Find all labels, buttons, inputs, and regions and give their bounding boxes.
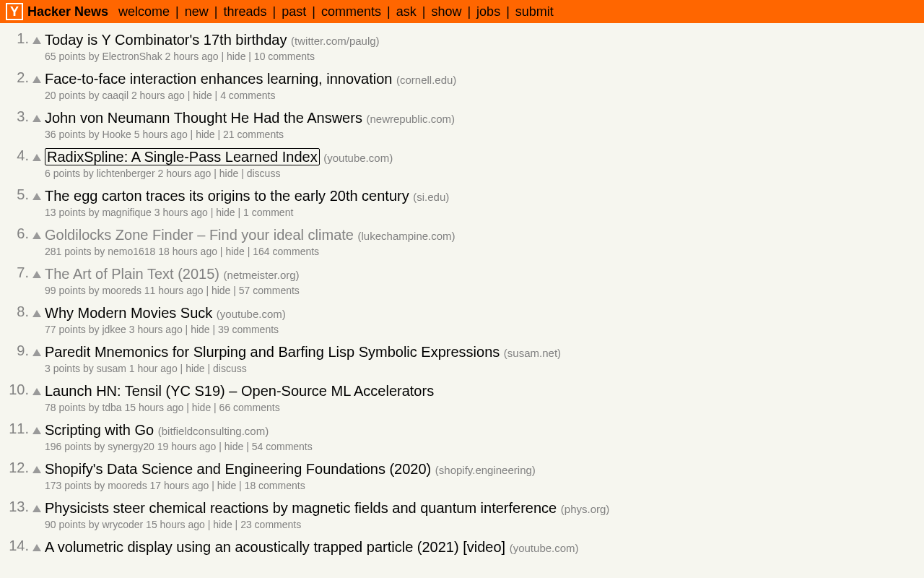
story-domain[interactable]: (netmeister.org)	[224, 269, 300, 281]
story-domain[interactable]: (youtube.com)	[217, 308, 286, 320]
story-title-link[interactable]: Launch HN: Tensil (YC S19) – Open-Source…	[45, 383, 434, 399]
story-age-link[interactable]: 11 hours ago	[144, 285, 204, 296]
hide-link[interactable]: hide	[196, 129, 214, 140]
story-title-link[interactable]: The Art of Plain Text (2015)	[45, 266, 219, 282]
story-age-link[interactable]: 17 hours ago	[150, 480, 209, 491]
nav-submit[interactable]: submit	[515, 4, 554, 20]
story-domain[interactable]: (youtube.com)	[323, 152, 393, 164]
upvote-button[interactable]	[32, 381, 42, 397]
comments-link[interactable]: 39 comments	[218, 324, 279, 335]
story-user-link[interactable]: synergy20	[108, 441, 154, 452]
upvote-button[interactable]	[32, 225, 42, 241]
story-age-link[interactable]: 3 hours ago	[129, 324, 183, 335]
nav-threads[interactable]: threads	[224, 4, 267, 20]
upvote-button[interactable]	[32, 538, 42, 553]
story-domain[interactable]: (twitter.com/paulg)	[291, 35, 380, 47]
nav-ask[interactable]: ask	[396, 4, 417, 20]
story-user-link[interactable]: lichtenberger	[97, 168, 155, 179]
story-domain[interactable]: (newrepublic.com)	[366, 113, 455, 125]
story-user-link[interactable]: magnifique	[102, 207, 152, 218]
story-title-link[interactable]: Face-to-face interaction enhances learni…	[45, 71, 392, 87]
comments-link[interactable]: 21 comments	[223, 129, 284, 140]
story-age-link[interactable]: 19 hours ago	[157, 441, 217, 452]
comments-link[interactable]: 23 comments	[240, 519, 301, 530]
nav-past[interactable]: past	[282, 4, 306, 20]
upvote-button[interactable]	[32, 30, 42, 46]
nav-show[interactable]: show	[431, 4, 461, 20]
upvote-button[interactable]	[32, 499, 42, 514]
comments-link[interactable]: 54 comments	[252, 441, 313, 452]
upvote-button[interactable]	[32, 420, 42, 436]
story-user-link[interactable]: nemo1618	[108, 246, 155, 257]
story-age-link[interactable]: 15 hours ago	[125, 402, 184, 413]
upvote-button[interactable]	[32, 69, 42, 85]
story-age-link[interactable]: 1 hour ago	[129, 363, 178, 374]
story-domain[interactable]: (cornell.edu)	[396, 74, 456, 86]
story-title-link[interactable]: Why Modern Movies Suck	[45, 305, 212, 321]
hide-link[interactable]: hide	[225, 246, 244, 257]
story-title-link[interactable]: The egg carton traces its origins to the…	[45, 188, 409, 204]
comments-link[interactable]: 57 comments	[239, 285, 300, 296]
upvote-button[interactable]	[32, 108, 42, 124]
story-title-link[interactable]: Shopify's Data Science and Engineering F…	[45, 461, 431, 477]
upvote-button[interactable]	[32, 460, 42, 475]
story-domain[interactable]: (phys.org)	[561, 503, 610, 515]
hide-link[interactable]: hide	[193, 90, 212, 101]
story-user-link[interactable]: Hooke	[102, 129, 131, 140]
hide-link[interactable]: hide	[212, 285, 230, 296]
upvote-button[interactable]	[32, 147, 42, 163]
hide-link[interactable]: hide	[219, 168, 238, 179]
story-user-link[interactable]: wrycoder	[102, 519, 143, 530]
story-title-link[interactable]: Paredit Mnemonics for Slurping and Barfi…	[45, 344, 500, 360]
story-user-link[interactable]: mooreds	[108, 480, 147, 491]
story-title-link[interactable]: Goldilocks Zone Finder – Find your ideal…	[45, 227, 354, 243]
story-age-link[interactable]: 3 hours ago	[154, 207, 208, 218]
hide-link[interactable]: hide	[186, 363, 204, 374]
story-user-link[interactable]: jdkee	[102, 324, 126, 335]
story-title-link[interactable]: John von Neumann Thought He Had the Answ…	[45, 110, 362, 126]
upvote-button[interactable]	[32, 303, 42, 319]
hide-link[interactable]: hide	[227, 51, 245, 62]
upvote-button[interactable]	[32, 186, 42, 202]
story-age-link[interactable]: 5 hours ago	[134, 129, 188, 140]
story-user-link[interactable]: tdba	[102, 402, 121, 413]
nav-welcome[interactable]: welcome	[118, 4, 170, 20]
story-domain[interactable]: (shopify.engineering)	[435, 464, 536, 476]
story-title-link[interactable]: Physicists steer chemical reactions by m…	[45, 500, 557, 516]
upvote-button[interactable]	[32, 342, 42, 358]
comments-link[interactable]: 164 comments	[253, 246, 319, 257]
nav-new[interactable]: new	[185, 4, 209, 20]
comments-link[interactable]: 18 comments	[245, 480, 305, 491]
upvote-button[interactable]	[32, 264, 42, 280]
hide-link[interactable]: hide	[216, 207, 235, 218]
hide-link[interactable]: hide	[213, 519, 232, 530]
story-user-link[interactable]: mooreds	[102, 285, 141, 296]
comments-link[interactable]: 66 comments	[219, 402, 280, 413]
story-age-link[interactable]: 2 hours ago	[131, 90, 185, 101]
hide-link[interactable]: hide	[225, 441, 243, 452]
story-user-link[interactable]: ElectronShak	[102, 51, 162, 62]
comments-link[interactable]: discuss	[247, 168, 281, 179]
story-age-link[interactable]: 2 hours ago	[165, 51, 219, 62]
story-domain[interactable]: (susam.net)	[504, 347, 561, 359]
story-user-link[interactable]: susam	[97, 363, 126, 374]
comments-link[interactable]: discuss	[213, 363, 247, 374]
hide-link[interactable]: hide	[217, 480, 236, 491]
story-title-link[interactable]: RadixSpline: A Single-Pass Learned Index	[45, 148, 320, 165]
nav-comments[interactable]: comments	[321, 4, 381, 20]
brand-link[interactable]: Hacker News	[27, 4, 108, 20]
story-age-link[interactable]: 18 hours ago	[158, 246, 217, 257]
story-title-link[interactable]: Scripting with Go	[45, 422, 154, 438]
story-domain[interactable]: (lukechampine.com)	[358, 230, 456, 242]
story-title-link[interactable]: Today is Y Combinator's 17th birthday	[45, 32, 287, 48]
story-user-link[interactable]: caaqil	[102, 90, 128, 101]
story-title-link[interactable]: A volumetric display using an acoustical…	[45, 539, 505, 555]
logo-icon[interactable]: Y	[6, 3, 23, 20]
hide-link[interactable]: hide	[192, 402, 211, 413]
comments-link[interactable]: 1 comment	[243, 207, 293, 218]
comments-link[interactable]: 4 comments	[220, 90, 275, 101]
nav-jobs[interactable]: jobs	[476, 4, 500, 20]
story-domain[interactable]: (si.edu)	[413, 191, 449, 203]
story-domain[interactable]: (bitfieldconsulting.com)	[158, 425, 269, 437]
comments-link[interactable]: 10 comments	[254, 51, 315, 62]
